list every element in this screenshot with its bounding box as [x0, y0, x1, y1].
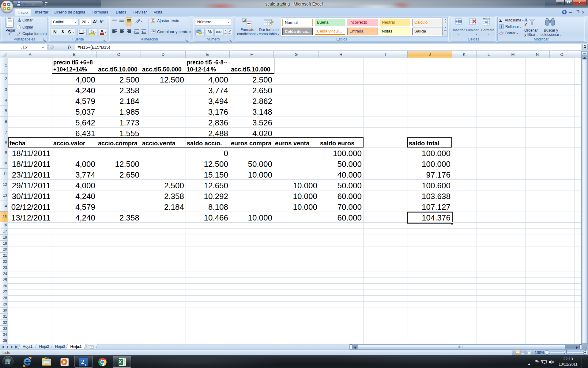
svg-text:00: 00 [224, 33, 227, 35]
svg-text:00: 00 [228, 33, 231, 35]
svg-text:a: a [153, 30, 154, 33]
svg-text:X: X [119, 359, 122, 364]
